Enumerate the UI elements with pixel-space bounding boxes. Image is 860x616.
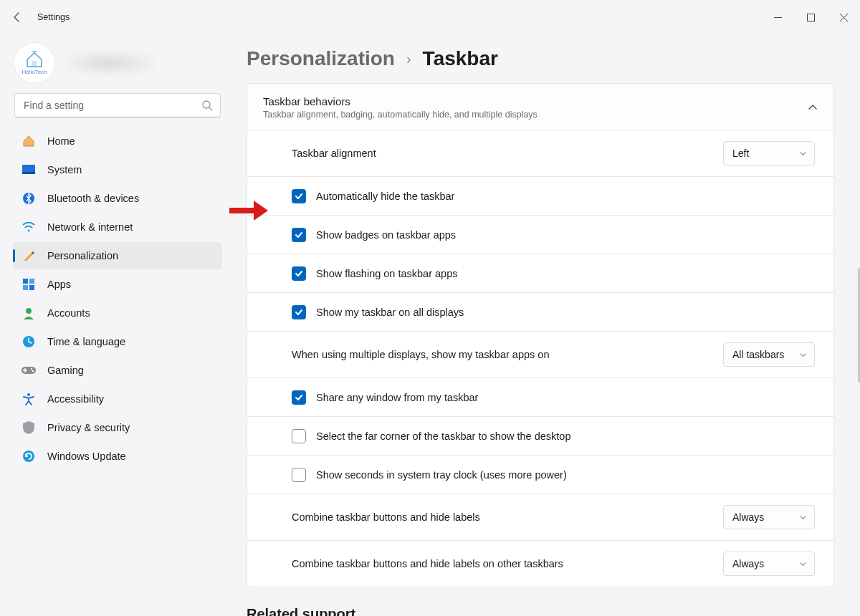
- svg-point-16: [32, 370, 34, 372]
- svg-rect-11: [29, 285, 34, 290]
- dropdown-value: All taskbars: [732, 349, 784, 360]
- chevron-down-icon: [799, 514, 807, 521]
- setting-label: Show flashing on taskbar apps: [316, 268, 458, 279]
- sidebar-item-label: Privacy & security: [47, 422, 130, 433]
- sidebar-item-system[interactable]: System: [13, 156, 222, 183]
- breadcrumb-parent[interactable]: Personalization: [247, 47, 395, 70]
- update-icon: [22, 449, 36, 463]
- svg-rect-1: [32, 61, 37, 67]
- back-button[interactable]: [10, 10, 24, 24]
- row-flashing: Show flashing on taskbar apps: [247, 254, 833, 292]
- sidebar-item-time[interactable]: Time & language: [13, 328, 222, 355]
- sidebar-item-label: Windows Update: [47, 451, 126, 462]
- row-multi-displays: When using multiple displays, show my ta…: [247, 331, 833, 377]
- search-box[interactable]: [14, 93, 221, 117]
- chevron-right-icon: ›: [406, 51, 411, 67]
- dropdown-value: Left: [732, 148, 749, 159]
- breadcrumb-current: Taskbar: [423, 47, 498, 70]
- combine-dropdown[interactable]: Always: [723, 505, 815, 529]
- dropdown-value: Always: [732, 511, 764, 523]
- row-taskbar-alignment: Taskbar alignment Left: [247, 130, 833, 176]
- checkbox-badges[interactable]: [292, 228, 306, 242]
- sidebar-item-accounts[interactable]: Accounts: [13, 299, 222, 327]
- multi-displays-dropdown[interactable]: All taskbars: [723, 342, 815, 367]
- account-row[interactable]: HelloTech: [14, 43, 222, 83]
- setting-label: Combine taskbar buttons and hide labels: [292, 511, 480, 523]
- gaming-icon: [22, 363, 36, 377]
- svg-point-17: [27, 393, 30, 396]
- svg-point-7: [28, 230, 30, 232]
- chevron-down-icon: [799, 560, 807, 568]
- sidebar-item-label: Gaming: [47, 365, 84, 376]
- checkbox-auto-hide[interactable]: [292, 189, 306, 203]
- accessibility-icon: [22, 392, 36, 406]
- system-icon: [22, 163, 36, 177]
- checkbox-show-seconds[interactable]: [292, 468, 306, 482]
- row-share-window: Share any window from my taskbar: [247, 377, 833, 416]
- svg-rect-10: [23, 285, 28, 290]
- sidebar-item-label: Home: [47, 135, 75, 147]
- sidebar-item-home[interactable]: Home: [13, 127, 222, 155]
- search-icon: [201, 100, 213, 111]
- svg-rect-0: [807, 14, 814, 21]
- sidebar-item-privacy[interactable]: Privacy & security: [13, 414, 222, 441]
- shield-icon: [22, 420, 36, 435]
- maximize-button[interactable]: [794, 0, 827, 34]
- setting-label: Select the far corner of the taskbar to …: [316, 430, 570, 442]
- card-title: Taskbar behaviors: [263, 95, 538, 107]
- sidebar-item-label: Time & language: [47, 336, 125, 347]
- setting-label: Show seconds in system tray clock (uses …: [316, 469, 567, 481]
- avatar-caption: HelloTech: [22, 69, 47, 75]
- taskbar-alignment-dropdown[interactable]: Left: [723, 141, 815, 165]
- search-input[interactable]: [22, 99, 201, 112]
- personalization-icon: [22, 249, 36, 263]
- window-controls: [761, 0, 860, 34]
- row-combine-other: Combine taskbar buttons and hide labels …: [247, 540, 833, 587]
- row-all-displays: Show my taskbar on all displays: [247, 292, 833, 331]
- nav-list: Home System Bluetooth & devices Network …: [13, 127, 222, 470]
- svg-rect-9: [29, 279, 34, 284]
- card-header[interactable]: Taskbar behaviors Taskbar alignment, bad…: [247, 84, 833, 130]
- account-name-redacted: [63, 51, 156, 75]
- checkbox-all-displays[interactable]: [292, 305, 306, 319]
- sidebar: HelloTech Home System Bluetooth & device…: [0, 34, 229, 616]
- title-bar: Settings: [0, 0, 860, 34]
- apps-icon: [22, 277, 36, 292]
- row-auto-hide: Automatically hide the taskbar: [247, 176, 833, 215]
- sidebar-item-update[interactable]: Windows Update: [13, 443, 222, 470]
- sidebar-item-network[interactable]: Network & internet: [13, 213, 222, 241]
- chevron-down-icon: [799, 150, 807, 158]
- avatar: HelloTech: [14, 43, 54, 83]
- taskbar-behaviors-card: Taskbar behaviors Taskbar alignment, bad…: [247, 83, 834, 587]
- app-title: Settings: [37, 12, 70, 22]
- sidebar-item-label: Accessibility: [47, 393, 104, 405]
- sidebar-item-personalization[interactable]: Personalization: [13, 242, 222, 269]
- setting-label: Combine taskbar buttons and hide labels …: [292, 558, 563, 569]
- sidebar-item-gaming[interactable]: Gaming: [13, 357, 222, 384]
- combine-other-dropdown[interactable]: Always: [723, 552, 815, 576]
- checkbox-flashing[interactable]: [292, 266, 306, 281]
- sidebar-item-label: Apps: [47, 279, 71, 290]
- sidebar-item-label: Bluetooth & devices: [47, 193, 139, 204]
- svg-point-12: [26, 308, 32, 314]
- setting-label: When using multiple displays, show my ta…: [292, 349, 549, 360]
- minimize-button[interactable]: [761, 0, 794, 34]
- bluetooth-icon: [22, 191, 36, 206]
- svg-rect-5: [22, 172, 35, 174]
- close-button[interactable]: [827, 0, 860, 34]
- sidebar-item-apps[interactable]: Apps: [13, 271, 222, 298]
- setting-label: Taskbar alignment: [292, 148, 376, 159]
- setting-label: Show my taskbar on all displays: [316, 307, 464, 318]
- sidebar-item-label: System: [47, 164, 82, 175]
- sidebar-item-accessibility[interactable]: Accessibility: [13, 385, 222, 413]
- row-badges: Show badges on taskbar apps: [247, 215, 833, 254]
- related-support-heading: Related support: [247, 606, 849, 616]
- checkbox-share-window[interactable]: [292, 390, 306, 405]
- sidebar-item-label: Network & internet: [47, 221, 133, 233]
- checkbox-far-corner[interactable]: [292, 429, 306, 443]
- content-area: Personalization › Taskbar Taskbar behavi…: [229, 34, 860, 616]
- sidebar-item-bluetooth[interactable]: Bluetooth & devices: [13, 185, 222, 212]
- svg-point-3: [203, 101, 210, 108]
- setting-label: Share any window from my taskbar: [316, 392, 478, 403]
- accounts-icon: [22, 306, 36, 320]
